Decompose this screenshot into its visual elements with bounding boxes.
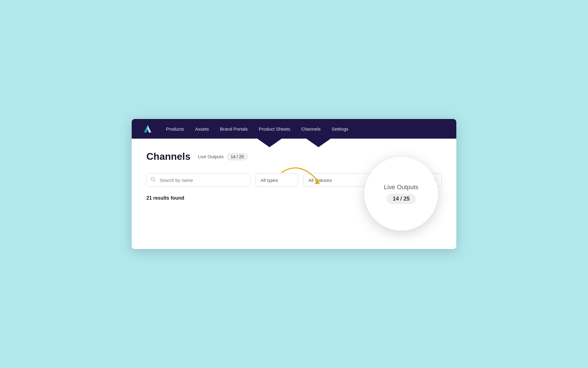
tooltip-popup: Live Outputs 14 / 25	[364, 157, 438, 231]
tooltip-count-badge: 14 / 25	[387, 194, 415, 204]
live-outputs-count-badge: 14 / 25	[227, 153, 248, 160]
nav-item-settings[interactable]: Settings	[332, 126, 348, 132]
tooltip-label: Live Outputs	[384, 184, 418, 191]
nav-pointer-left	[257, 139, 282, 147]
nav-item-assets[interactable]: Assets	[195, 126, 209, 132]
page-title: Channels	[146, 151, 190, 162]
status-filter-label: All statuses	[308, 178, 332, 183]
nav-item-channels[interactable]: Channels	[301, 126, 321, 132]
nav-item-brand-portals[interactable]: Brand Portals	[220, 126, 248, 132]
type-filter-dropdown[interactable]: All types	[255, 173, 298, 187]
nav-item-product-sheets[interactable]: Product Sheets	[259, 126, 290, 132]
nav-item-products[interactable]: Products	[166, 126, 184, 132]
live-outputs-section: Live Outputs 14 / 25	[198, 153, 248, 160]
nav-items: Products Assets Brand Portals Product Sh…	[166, 126, 447, 132]
search-input[interactable]	[146, 173, 251, 187]
navbar: Products Assets Brand Portals Product Sh…	[132, 119, 456, 139]
nav-pointer-right	[306, 139, 331, 147]
app-logo[interactable]	[141, 123, 154, 135]
type-filter-label: All types	[261, 178, 278, 183]
live-outputs-label: Live Outputs	[198, 154, 224, 159]
main-content: Channels Live Outputs 14 / 25 All t	[132, 139, 456, 249]
search-container	[146, 173, 251, 187]
app-window: Products Assets Brand Portals Product Sh…	[132, 119, 456, 249]
